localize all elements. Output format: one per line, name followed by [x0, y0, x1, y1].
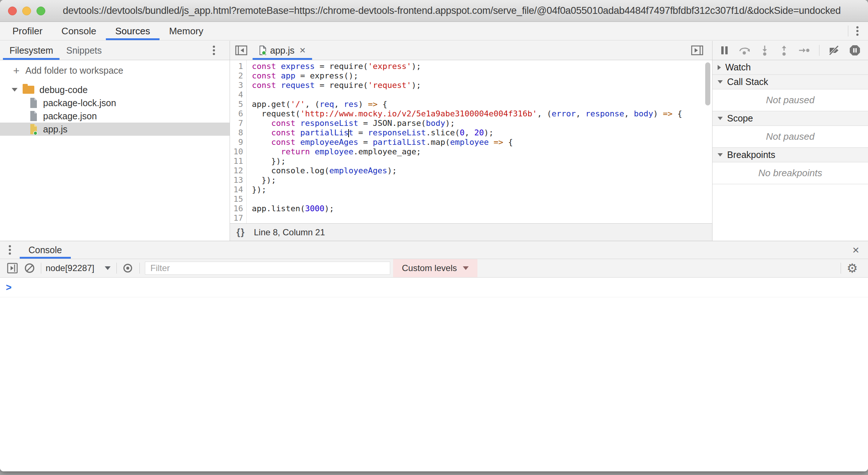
show-console-sidebar-icon[interactable]	[7, 262, 18, 274]
console-prompt-row[interactable]: >	[0, 278, 868, 297]
file-tree: debug-code package-lock.jsonpackage.json…	[0, 81, 230, 241]
line-number[interactable]: 9	[230, 138, 246, 147]
editor-tab-label: app.js	[270, 45, 295, 56]
navigator-tab-strip: FilesystemSnippets	[3, 41, 108, 60]
debugger-sections: WatchCall StackNot pausedScopeNot paused…	[713, 60, 868, 184]
section-header-scope[interactable]: Scope	[713, 111, 868, 126]
navigator-more-options-icon[interactable]	[213, 49, 215, 51]
line-number[interactable]: 8	[230, 128, 246, 138]
section-message: Not paused	[713, 89, 868, 111]
code-line: console.log(employeeAges);	[252, 166, 712, 175]
tab-console-drawer[interactable]: Console	[20, 241, 71, 259]
live-expression-eye-icon[interactable]	[122, 262, 134, 274]
add-folder-button[interactable]: + Add folder to workspace	[0, 60, 230, 81]
pause-on-exceptions-icon[interactable]	[849, 45, 861, 56]
editor-tab-appjs[interactable]: app.js ×	[253, 41, 312, 60]
editor-scrollbar-thumb[interactable]	[705, 62, 710, 105]
line-number[interactable]: 4	[230, 90, 246, 100]
tab-filesystem[interactable]: Filesystem	[3, 41, 59, 60]
tab-profiler[interactable]: Profiler	[3, 22, 52, 40]
drawer-menu-icon[interactable]	[9, 249, 11, 251]
console-toolbar: node[92287] Custom levels ⚙	[0, 259, 868, 278]
disclosure-triangle-icon[interactable]	[12, 88, 18, 92]
tab-memory[interactable]: Memory	[160, 22, 213, 40]
line-number[interactable]: 17	[230, 213, 246, 223]
more-options-icon[interactable]	[856, 30, 859, 32]
disclosure-triangle-icon	[718, 65, 721, 70]
line-number[interactable]: 3	[230, 81, 246, 90]
line-number[interactable]: 6	[230, 109, 246, 119]
line-number[interactable]: 12	[230, 166, 246, 175]
plus-icon: +	[13, 65, 20, 77]
line-number[interactable]: 15	[230, 194, 246, 204]
zoom-window-button[interactable]	[37, 7, 45, 15]
code-line	[252, 90, 712, 100]
tab-console[interactable]: Console	[52, 22, 105, 40]
line-number[interactable]: 13	[230, 175, 246, 185]
line-number[interactable]: 16	[230, 204, 246, 213]
tab-snippets[interactable]: Snippets	[59, 41, 108, 60]
line-number[interactable]: 10	[230, 147, 246, 157]
code-editor[interactable]: 1234567891011121314151617 const express …	[230, 60, 712, 223]
code-line: const employeeAges = partialList.map(emp…	[252, 138, 712, 147]
show-debugger-icon[interactable]	[691, 45, 703, 55]
folder-label: debug-code	[39, 85, 88, 95]
section-header-breakpoints[interactable]: Breakpoints	[713, 148, 868, 162]
gutter: 1234567891011121314151617	[230, 60, 247, 223]
line-number[interactable]: 11	[230, 157, 246, 166]
navigator-tab-bar: FilesystemSnippets	[0, 41, 230, 60]
close-window-button[interactable]	[8, 7, 17, 15]
cursor-position-label: Line 8, Column 21	[254, 227, 325, 238]
execution-context-selector[interactable]: node[92287]	[46, 263, 111, 273]
minimize-window-button[interactable]	[22, 7, 31, 15]
line-number[interactable]: 5	[230, 100, 246, 109]
tree-file-package-json[interactable]: package.json	[0, 109, 230, 123]
editor-pane: app.js × 1234567891011121314151617 const…	[230, 41, 712, 241]
code-line: const partialList = responseList.slice(0…	[252, 128, 712, 138]
context-label: node[92287]	[46, 263, 94, 273]
section-header-watch[interactable]: Watch	[713, 60, 868, 75]
editor-tab-bar: app.js ×	[230, 41, 712, 60]
custom-levels-dropdown[interactable]: Custom levels	[393, 259, 477, 277]
section-header-call-stack[interactable]: Call Stack	[713, 75, 868, 89]
line-number[interactable]: 7	[230, 119, 246, 128]
line-number[interactable]: 2	[230, 71, 246, 81]
line-number[interactable]: 14	[230, 185, 246, 194]
step-out-icon[interactable]	[779, 45, 789, 56]
section-label: Watch	[725, 62, 751, 73]
step-into-icon[interactable]	[760, 45, 770, 56]
console-output[interactable]: >	[0, 278, 868, 471]
clear-console-icon[interactable]	[25, 263, 34, 273]
file-icon	[29, 111, 38, 121]
deactivate-breakpoints-icon[interactable]	[828, 45, 840, 55]
main-tab-bar: ProfilerConsoleSourcesMemory	[0, 22, 868, 40]
close-drawer-icon[interactable]: ×	[852, 243, 859, 257]
chevron-down-icon	[105, 266, 111, 270]
toolbar-divider	[41, 263, 41, 274]
settings-gear-icon[interactable]: ⚙	[847, 261, 858, 275]
tree-file-package-lock-json[interactable]: package-lock.json	[0, 96, 230, 109]
close-tab-icon[interactable]: ×	[300, 45, 306, 56]
add-folder-label: Add folder to workspace	[26, 65, 123, 76]
toolbar-divider	[139, 263, 140, 274]
pause-script-icon[interactable]	[720, 45, 729, 55]
tab-sources[interactable]: Sources	[106, 22, 160, 40]
disclosure-triangle-icon	[718, 153, 723, 157]
pretty-print-icon[interactable]: {}	[237, 227, 245, 238]
sources-panel: FilesystemSnippets + Add folder to works…	[0, 41, 868, 241]
window-title: devtools://devtools/bundled/js_app.html?…	[63, 5, 841, 16]
tree-folder-debug-code[interactable]: debug-code	[0, 83, 230, 96]
tree-file-app-js[interactable]: app.js	[0, 123, 230, 136]
console-drawer: Console × node[92287]	[0, 241, 868, 471]
line-number[interactable]: 1	[230, 62, 246, 71]
hide-navigator-icon[interactable]	[235, 45, 247, 55]
filter-input[interactable]	[145, 262, 390, 275]
code-line: app.listen(3000);	[252, 204, 712, 213]
code-line: const express = require('express');	[252, 62, 712, 71]
step-icon[interactable]	[798, 45, 810, 55]
toolbar-divider	[841, 263, 841, 274]
code-line: });	[252, 157, 712, 166]
navigator-pane: FilesystemSnippets + Add folder to works…	[0, 41, 230, 241]
drawer-header: Console ×	[0, 241, 868, 259]
step-over-icon[interactable]	[738, 45, 751, 55]
